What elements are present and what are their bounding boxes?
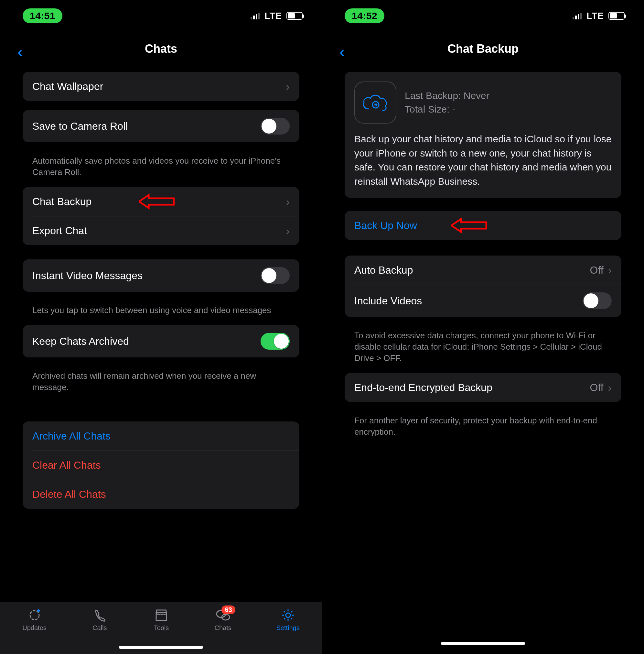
nav-header: ‹ Chat Backup [322,29,644,72]
row-delete-all[interactable]: Delete All Chats [23,480,299,509]
annotation-arrow-icon [451,217,487,233]
cellular-signal-icon [573,12,582,19]
tab-label: Calls [92,624,107,632]
scroll-content[interactable]: Chat Wallpaper › Save to Camera Roll Aut… [0,72,322,654]
svg-marker-7 [451,219,486,232]
toggle-keep-archived[interactable] [260,333,290,349]
note-instant-video: Lets you tap to switch between using voi… [23,301,299,325]
battery-icon [608,12,625,20]
page-title: Chat Backup [447,42,519,55]
row-value: Off [590,264,604,276]
tab-calls[interactable]: Calls [91,608,108,632]
status-bar: 14:52 LTE [322,0,644,29]
row-label: Export Chat [32,225,286,237]
updates-icon [26,608,43,622]
tab-label: Updates [22,624,47,632]
backup-info-card: Last Backup: Never Total Size: - Back up… [345,72,621,198]
cellular-signal-icon [251,12,260,19]
back-button[interactable]: ‹ [18,43,23,61]
network-label: LTE [264,11,282,21]
badge: 63 [222,606,235,614]
backup-description: Back up your chat history and media to i… [354,132,612,188]
page-title: Chats [145,42,177,55]
group-keep-archived: Keep Chats Archived [23,325,299,357]
row-back-up-now[interactable]: Back Up Now [345,211,621,240]
tab-chats[interactable]: 63 Chats [215,608,231,632]
row-label: Chat Wallpaper [32,81,286,92]
battery-icon [286,12,303,20]
row-value: Off [590,382,604,393]
row-clear-all[interactable]: Clear All Chats [23,451,299,480]
row-e2e-backup[interactable]: End-to-end Encrypted Backup Off › [345,373,621,402]
group-backup-now: Back Up Now [345,211,621,240]
last-backup-label: Last Backup: Never [405,89,489,103]
status-time: 14:51 [23,8,62,23]
row-label: Keep Chats Archived [32,335,260,347]
chevron-right-icon: › [286,195,290,208]
note-keep-archived: Archived chats will remain archived when… [23,366,299,402]
group-instant-video: Instant Video Messages [23,260,299,292]
svg-marker-0 [139,195,174,208]
row-keep-archived[interactable]: Keep Chats Archived [23,325,299,357]
row-label: Archive All Chats [32,430,290,442]
chevron-right-icon: › [608,381,612,394]
chevron-right-icon: › [608,264,612,276]
row-export-chat[interactable]: Export Chat › [23,216,299,245]
toggle-instant-video[interactable] [260,267,290,284]
note-camera-roll: Automatically save photos and videos you… [23,151,299,187]
svg-point-1 [30,611,39,620]
storefront-icon [153,608,170,622]
tab-settings[interactable]: Settings [276,608,299,632]
row-include-videos[interactable]: Include Videos [345,285,621,317]
group-backup-export: Chat Backup › Export Chat › [23,187,299,245]
network-label: LTE [586,11,604,21]
row-label: End-to-end Encrypted Backup [354,382,590,393]
group-camera-roll: Save to Camera Roll [23,110,299,142]
tab-bar: Updates Calls Tools 63 Chats Setting [0,602,322,654]
row-label: Instant Video Messages [32,270,260,282]
toggle-save-camera-roll[interactable] [260,118,290,135]
group-e2e: End-to-end Encrypted Backup Off › [345,373,621,402]
row-label: Save to Camera Roll [32,120,260,132]
row-instant-video[interactable]: Instant Video Messages [23,260,299,292]
row-label: Clear All Chats [32,459,290,471]
gear-icon [280,608,296,622]
row-label: Delete All Chats [32,489,290,500]
row-archive-all[interactable]: Archive All Chats [23,422,299,451]
group-auto-backup: Auto Backup Off › Include Videos [345,255,621,317]
home-indicator[interactable] [119,646,203,649]
row-label: Auto Backup [354,264,590,276]
icloud-icon [354,82,396,123]
scroll-content[interactable]: Last Backup: Never Total Size: - Back up… [322,72,644,654]
tab-label: Tools [154,624,169,632]
note-include-videos: To avoid excessive data charges, connect… [345,326,621,373]
left-screenshot: 14:51 LTE ‹ Chats Chat Wallpaper › Save … [0,0,322,654]
backup-meta: Last Backup: Never Total Size: - [405,89,489,116]
right-screenshot: 14:52 LTE ‹ Chat Backup [322,0,644,654]
tab-tools[interactable]: Tools [153,608,170,632]
phone-icon [91,608,108,622]
tab-label: Settings [276,624,299,632]
total-size-label: Total Size: - [405,103,489,116]
tab-updates[interactable]: Updates [22,608,47,632]
status-right: LTE [573,11,625,21]
note-e2e: For another layer of security, protect y… [345,411,621,447]
status-time: 14:52 [345,8,384,23]
row-chat-backup[interactable]: Chat Backup › [23,187,299,216]
svg-point-5 [286,613,290,617]
row-label: Include Videos [354,295,582,307]
status-right: LTE [251,11,303,21]
toggle-include-videos[interactable] [582,292,612,309]
group-wallpaper: Chat Wallpaper › [23,72,299,101]
home-indicator[interactable] [441,642,525,645]
svg-point-2 [37,609,40,612]
chat-bubbles-icon: 63 [215,608,231,622]
row-chat-wallpaper[interactable]: Chat Wallpaper › [23,72,299,101]
back-button[interactable]: ‹ [340,43,345,61]
chevron-right-icon: › [286,80,290,93]
group-danger-actions: Archive All Chats Clear All Chats Delete… [23,422,299,509]
row-auto-backup[interactable]: Auto Backup Off › [345,255,621,285]
row-save-camera-roll[interactable]: Save to Camera Roll [23,110,299,142]
tab-label: Chats [215,624,231,632]
chevron-right-icon: › [286,224,290,237]
